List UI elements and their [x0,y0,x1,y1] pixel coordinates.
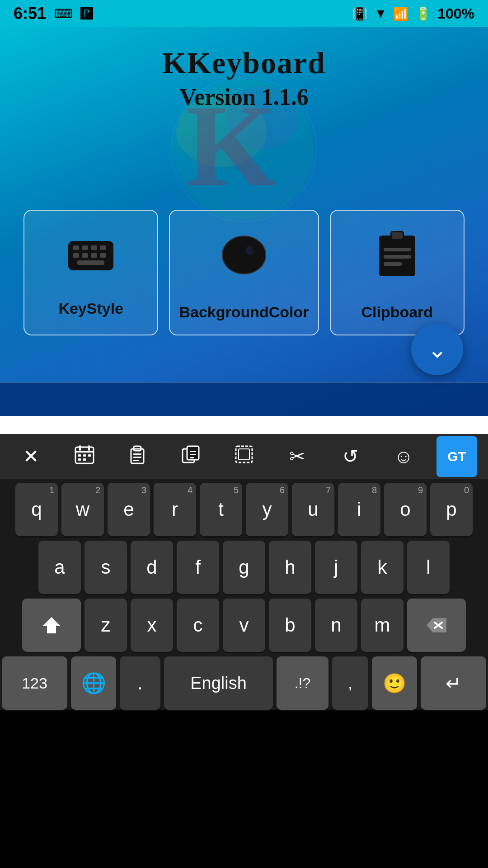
text-input-bar[interactable] [0,382,488,416]
svg-rect-46 [190,454,196,455]
key-i[interactable]: 8i [338,483,380,536]
key-h[interactable]: h [269,541,311,594]
key-m[interactable]: m [361,599,404,652]
key-a[interactable]: a [38,541,81,594]
emoji-button[interactable]: ☺ [383,436,424,477]
key-n[interactable]: n [315,599,357,652]
paste-icon [127,444,147,469]
key-g[interactable]: g [223,541,265,594]
copy-button[interactable] [170,436,211,477]
clipboard-icon [375,229,420,290]
key-r[interactable]: 4r [154,483,196,536]
battery-icon: 🔋 [415,6,431,21]
period-label: . [137,672,143,694]
emoji-face-key[interactable]: 🙂 [372,656,417,710]
key-p[interactable]: 0p [430,483,473,536]
backspace-key[interactable] [407,599,466,652]
chevron-down-icon: ⌄ [427,336,447,363]
key-row-2: a s d f g h j k l [2,541,486,594]
rotate-icon: ↺ [343,445,358,467]
key-row-1: 1q 2w 3e 4r 5t 6y 7u 8i [2,483,486,536]
rotate-button[interactable]: ↺ [330,436,371,477]
translate-button[interactable]: GT [436,436,477,477]
close-icon: ✕ [23,445,39,467]
globe-key[interactable]: 🌐 [71,656,116,710]
select-icon [234,444,254,469]
svg-rect-14 [77,260,104,265]
comma-label: , [348,674,352,693]
space-label: English [190,674,247,693]
enter-icon: ↵ [446,672,461,694]
svg-rect-26 [384,248,411,251]
key-d[interactable]: d [131,541,173,594]
key-rows: 1q 2w 3e 4r 5t 6y 7u 8i [0,479,488,710]
key-e[interactable]: 3e [108,483,150,536]
copy-icon [181,444,201,469]
signal-icon: 📶 [393,6,409,21]
status-bar: 6:51 ⌨ 🅿 📳 ▼ 📶 🔋 100% [0,0,488,27]
key-u[interactable]: 7u [292,483,334,536]
keystyle-card[interactable]: KeyStyle [23,210,158,335]
svg-rect-32 [88,445,90,451]
svg-point-21 [252,244,259,251]
key-f[interactable]: f [177,541,219,594]
key-q[interactable]: 1q [15,483,58,536]
keyboard-toolbar: ✕ [0,434,488,479]
key-z[interactable]: z [84,599,127,652]
svg-rect-36 [78,458,81,461]
svg-rect-47 [190,457,194,458]
svg-rect-37 [83,458,86,461]
status-bar-right: 📳 ▼ 📶 🔋 100% [352,5,474,22]
svg-rect-25 [392,232,403,239]
key-c[interactable]: c [177,599,219,652]
backgroundcolor-card[interactable]: BackgroundColor [169,210,319,335]
key-v[interactable]: v [223,599,265,652]
comma-key[interactable]: , [332,656,368,710]
app-area: K KKeyboard Version 1.1.6 [0,27,488,416]
collapse-button[interactable]: ⌄ [411,323,463,375]
key-o[interactable]: 9o [384,483,427,536]
globe-icon: 🌐 [81,671,106,695]
svg-rect-34 [83,454,86,457]
emoji-icon: ☺ [394,446,413,467]
paste-button[interactable] [117,436,158,477]
svg-rect-49 [239,449,249,460]
numbers-key[interactable]: 123 [2,656,67,710]
clipboard-card[interactable]: Clipboard [330,210,465,335]
key-b[interactable]: b [269,599,311,652]
close-button[interactable]: ✕ [11,436,52,477]
key-t[interactable]: 5t [200,483,242,536]
key-y[interactable]: 6y [246,483,288,536]
shift-key[interactable] [22,599,81,652]
symbols-key[interactable]: .!? [277,656,328,710]
svg-rect-6 [73,245,79,250]
key-j[interactable]: j [315,541,357,594]
app-title: KKeyboard [0,45,488,81]
select-button[interactable] [224,436,264,477]
svg-point-18 [229,247,236,254]
battery-percent: 100% [437,5,474,22]
svg-rect-40 [133,453,141,455]
key-l[interactable]: l [407,541,450,594]
svg-rect-30 [75,451,94,453]
cut-button[interactable]: ✂ [277,436,318,477]
key-w[interactable]: 2w [61,483,104,536]
period-key[interactable]: . [120,656,160,710]
parking-icon: 🅿 [80,6,93,21]
app-title-area: KKeyboard Version 1.1.6 [0,27,488,110]
key-s[interactable]: s [84,541,127,594]
svg-rect-42 [133,460,139,461]
calendar-icon [75,444,94,469]
calendar-button[interactable] [64,436,105,477]
svg-rect-7 [82,245,88,250]
svg-rect-12 [91,253,97,258]
svg-rect-9 [100,245,106,250]
enter-key[interactable]: ↵ [421,656,486,710]
svg-rect-33 [78,454,81,457]
vibrate-icon: 📳 [352,6,368,21]
backgroundcolor-icon [219,229,269,290]
space-key[interactable]: English [164,656,273,710]
key-k[interactable]: k [361,541,404,594]
svg-point-19 [236,240,243,247]
key-x[interactable]: x [131,599,173,652]
